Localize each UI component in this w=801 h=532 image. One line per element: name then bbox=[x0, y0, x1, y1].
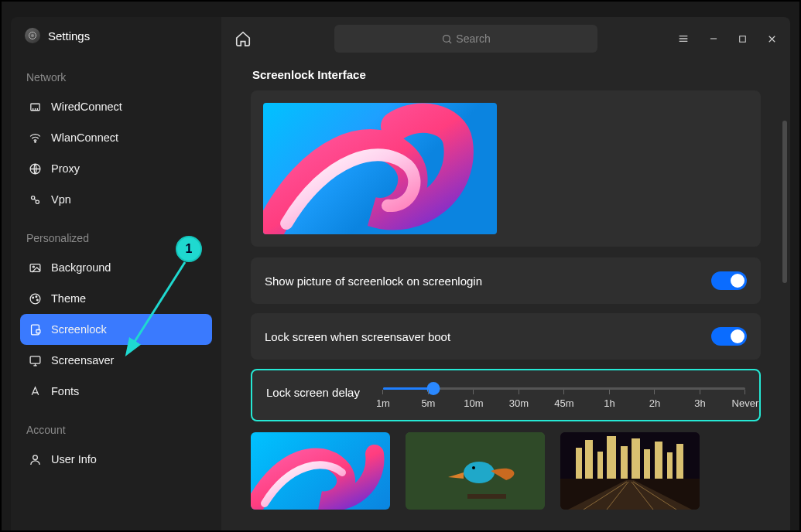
annotation-badge: 1 bbox=[176, 236, 202, 262]
sidebar-item-wiredconnect[interactable]: WiredConnect bbox=[20, 91, 212, 122]
svg-rect-30 bbox=[632, 438, 640, 479]
delay-label: Lock screen delay bbox=[266, 384, 360, 399]
sidebar-item-label: Screensaver bbox=[51, 354, 114, 367]
settings-app-icon bbox=[25, 28, 40, 43]
screenlock-preview-card bbox=[251, 90, 761, 247]
sidebar-item-proxy[interactable]: Proxy bbox=[20, 153, 212, 184]
svg-point-12 bbox=[36, 299, 38, 301]
ethernet-icon bbox=[28, 100, 42, 114]
font-icon bbox=[28, 384, 42, 398]
theme-icon bbox=[28, 292, 42, 305]
delay-slider[interactable]: 1m 5m 10m 30m 45m 1h 2h 3h Never bbox=[383, 384, 745, 409]
svg-rect-27 bbox=[597, 452, 603, 479]
scrollbar-thumb[interactable] bbox=[782, 121, 787, 283]
sidebar-item-screensaver[interactable]: Screensaver bbox=[20, 345, 212, 376]
toggle-label: Show picture of screenlock on screenlogi… bbox=[265, 275, 482, 288]
svg-rect-29 bbox=[621, 446, 628, 479]
close-button[interactable] bbox=[766, 33, 778, 45]
sidebar-item-fonts[interactable]: Fonts bbox=[20, 376, 212, 407]
sidebar-item-vpn[interactable]: Vpn bbox=[20, 184, 212, 215]
svg-rect-34 bbox=[676, 444, 683, 479]
app-title: Settings bbox=[48, 29, 90, 43]
svg-rect-26 bbox=[585, 440, 593, 479]
image-icon bbox=[28, 261, 42, 275]
svg-point-8 bbox=[33, 266, 34, 268]
svg-rect-31 bbox=[644, 449, 650, 479]
wallpaper-thumb-1[interactable] bbox=[251, 432, 390, 510]
toggle-switch[interactable] bbox=[711, 271, 747, 290]
main-panel: Search Screenlock Interface bbox=[221, 17, 790, 530]
sidebar-item-theme[interactable]: Theme bbox=[20, 283, 212, 314]
wifi-icon bbox=[28, 131, 42, 145]
sidebar-item-label: Vpn bbox=[51, 193, 71, 206]
wallpaper-gallery bbox=[251, 432, 761, 510]
svg-point-9 bbox=[30, 294, 40, 304]
wallpaper-thumb-2[interactable] bbox=[406, 432, 545, 510]
svg-rect-22 bbox=[467, 494, 506, 499]
user-icon bbox=[28, 452, 42, 466]
tablet-icon bbox=[28, 322, 42, 336]
sidebar-item-label: Screenlock bbox=[51, 323, 107, 336]
sidebar-item-userinfo[interactable]: User Info bbox=[20, 444, 212, 475]
svg-rect-33 bbox=[667, 452, 673, 479]
svg-point-16 bbox=[33, 455, 37, 459]
sidebar-item-wlanconnect[interactable]: WlanConnect bbox=[20, 122, 212, 153]
topbar: Search bbox=[221, 17, 790, 60]
sidebar-item-label: WiredConnect bbox=[51, 101, 122, 113]
svg-point-1 bbox=[31, 34, 34, 37]
content-scroll[interactable]: Screenlock Interface bbox=[221, 60, 790, 530]
sidebar-item-label: Theme bbox=[51, 292, 86, 305]
sidebar-item-screenlock[interactable]: Screenlock bbox=[20, 314, 212, 345]
minimize-button[interactable] bbox=[708, 33, 719, 44]
svg-point-21 bbox=[472, 466, 475, 469]
svg-rect-18 bbox=[740, 36, 746, 42]
monitor-icon bbox=[28, 353, 42, 367]
wallpaper-thumb-3[interactable] bbox=[560, 432, 700, 510]
svg-rect-15 bbox=[30, 356, 40, 363]
toggle-show-picture: Show picture of screenlock on screenlogi… bbox=[251, 257, 761, 304]
sidebar-section-account: Account bbox=[20, 407, 212, 444]
toggle-switch[interactable] bbox=[711, 327, 747, 346]
search-placeholder: Search bbox=[456, 32, 490, 45]
app-title-row: Settings bbox=[20, 23, 212, 54]
svg-rect-28 bbox=[607, 436, 616, 479]
lock-screen-delay-card: Lock screen delay 1m 5m 10m 30m 45m 1h 2… bbox=[251, 369, 761, 421]
sidebar: Settings Network WiredConnect WlanConnec… bbox=[11, 17, 221, 530]
sidebar-item-label: User Info bbox=[51, 453, 97, 466]
vpn-icon bbox=[28, 193, 42, 206]
svg-rect-25 bbox=[576, 448, 582, 479]
globe-icon bbox=[28, 162, 42, 176]
svg-rect-7 bbox=[30, 264, 40, 271]
svg-point-20 bbox=[464, 462, 495, 483]
screenlock-preview-image[interactable] bbox=[263, 103, 497, 234]
section-title: Screenlock Interface bbox=[251, 60, 761, 90]
sidebar-item-label: WlanConnect bbox=[51, 131, 118, 144]
toggle-lock-on-screensaver: Lock screen when screensaver boot bbox=[251, 313, 761, 360]
home-button[interactable] bbox=[234, 29, 252, 48]
search-icon bbox=[441, 33, 453, 45]
svg-point-11 bbox=[36, 295, 37, 297]
toggle-label: Lock screen when screensaver boot bbox=[265, 330, 450, 343]
sidebar-section-network: Network bbox=[20, 54, 212, 91]
sidebar-item-label: Fonts bbox=[51, 385, 79, 397]
svg-rect-32 bbox=[655, 442, 662, 479]
search-input[interactable]: Search bbox=[334, 25, 597, 53]
sidebar-item-label: Proxy bbox=[51, 162, 80, 175]
window-controls bbox=[677, 32, 778, 45]
slider-handle[interactable] bbox=[427, 382, 440, 395]
svg-rect-14 bbox=[36, 329, 39, 332]
maximize-button[interactable] bbox=[738, 34, 748, 44]
svg-point-10 bbox=[32, 297, 33, 298]
menu-button[interactable] bbox=[677, 32, 690, 45]
sidebar-item-label: Background bbox=[51, 261, 111, 274]
svg-point-3 bbox=[34, 141, 35, 142]
delay-ticks: 1m 5m 10m 30m 45m 1h 2h 3h Never bbox=[383, 397, 745, 409]
svg-point-17 bbox=[443, 35, 450, 42]
